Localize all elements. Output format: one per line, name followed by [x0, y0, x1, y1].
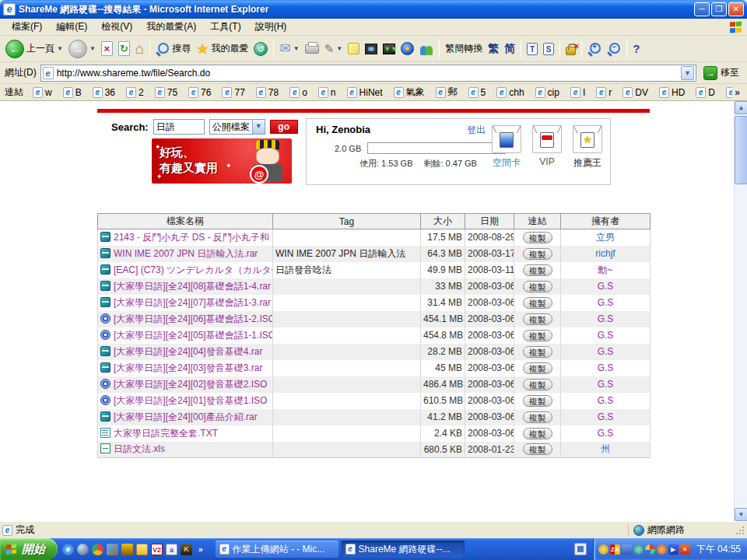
start-button[interactable]: 開始 — [0, 538, 58, 560]
zoom-out-button[interactable]: − — [605, 40, 623, 58]
menu-favorites[interactable]: 我的最愛(A) — [139, 19, 203, 35]
copy-button[interactable]: 複製 — [523, 428, 552, 439]
clipboard-s-button[interactable]: S — [541, 41, 556, 57]
browser-globe-icon[interactable] — [77, 544, 89, 555]
search-button[interactable]: 搜尋 — [153, 40, 193, 58]
link-item[interactable]: er — [591, 86, 616, 99]
task-button-shareme[interactable]: e ShareMe 網路硬碟--... — [342, 541, 465, 558]
file-link[interactable]: 日語文法.xls — [114, 443, 165, 454]
quick-launch-chevron[interactable]: » — [197, 545, 205, 554]
zoom-in-button[interactable]: + — [585, 40, 604, 58]
media-icon[interactable]: K — [181, 544, 192, 555]
link-item[interactable]: e78 — [251, 86, 283, 99]
file-link[interactable]: [大家學日語][全24][02]發音基礎2.ISO — [114, 379, 267, 390]
pinwheel-icon[interactable] — [645, 544, 655, 555]
menu-help[interactable]: 說明(H) — [248, 19, 294, 35]
refresh-button[interactable]: ↻ — [116, 40, 132, 58]
file-owner-link[interactable]: G.S — [561, 278, 651, 295]
mail-button[interactable]: ✉▼ — [277, 40, 301, 58]
file-link[interactable]: WIN IME 2007 JPN 日語輸入法.rar — [114, 248, 258, 259]
forward-dropdown-icon[interactable]: ▼ — [89, 45, 96, 52]
file-link[interactable]: 2143 - 反鬥小丸子 DS - 反鬥小丸子和 — [114, 232, 269, 243]
file-owner-link[interactable]: richjf — [561, 246, 651, 262]
link-item[interactable]: eB — [58, 86, 86, 99]
link-item[interactable]: ecip — [531, 86, 564, 99]
ie-icon[interactable]: e — [62, 544, 74, 555]
net-globe-icon[interactable] — [633, 544, 644, 555]
forward-button[interactable]: → ▼ — [66, 38, 98, 60]
promo-space-card[interactable]: 空間卡 — [490, 125, 523, 170]
play-icon[interactable]: ▶ — [668, 544, 679, 555]
ad-banner[interactable]: ✦ ✦ ✦ 好玩、 有趣又實用 @ — [152, 138, 292, 184]
copy-button[interactable]: 複製 — [523, 248, 552, 260]
discuss-button[interactable] — [345, 41, 362, 56]
flashget-tray-icon[interactable]: ✕ — [680, 544, 690, 555]
file-link[interactable]: [大家學日語][全24][06]基礎會話1-2.ISO — [114, 313, 273, 324]
link-item[interactable]: ew — [28, 86, 57, 99]
link-item[interactable]: e郵 — [431, 85, 462, 100]
file-owner-link[interactable]: G.S — [561, 393, 651, 409]
scroll-down-icon[interactable]: ▼ — [735, 508, 747, 521]
link-item[interactable]: e77 — [217, 86, 249, 99]
resize-grip[interactable] — [735, 526, 745, 535]
file-link[interactable]: [大家學日語][全24][04]發音基礎4.rar — [114, 346, 262, 357]
link-item[interactable]: eHD — [654, 86, 689, 99]
back-button[interactable]: ← 上一頁 ▼ — [3, 38, 65, 60]
media-search-button[interactable] — [363, 42, 380, 56]
link-item[interactable]: e2 — [121, 86, 149, 99]
close-button[interactable]: ✕ — [728, 2, 744, 16]
file-owner-link[interactable]: G.S — [561, 311, 651, 327]
link-item[interactable]: eD — [691, 86, 720, 99]
link-item[interactable]: e5 — [464, 86, 491, 99]
file-owner-link[interactable]: 州 — [561, 442, 651, 458]
copy-button[interactable]: 複製 — [523, 362, 552, 374]
file-owner-link[interactable]: G.S — [561, 425, 651, 442]
help-button[interactable]: ? — [630, 42, 642, 55]
file-owner-link[interactable]: G.S — [561, 376, 651, 393]
go-button[interactable]: → 移至 — [700, 66, 742, 80]
file-link[interactable]: [大家學日語][全24][03]發音基礎3.rar — [114, 362, 262, 373]
stop-button[interactable]: × — [99, 40, 115, 58]
logout-link[interactable]: 登出 — [467, 124, 486, 137]
copy-button[interactable]: 複製 — [523, 346, 552, 358]
vertical-scrollbar[interactable]: ▲ ▼ — [734, 101, 747, 521]
favorites-button[interactable]: ★ 我的最愛 — [194, 40, 251, 58]
taskbar-shortcut-icon[interactable] — [574, 543, 587, 555]
menu-file[interactable]: 檔案(F) — [5, 19, 49, 35]
link-item[interactable]: eDV — [618, 86, 653, 99]
mail-dropdown-icon[interactable]: ▼ — [293, 45, 300, 52]
file-owner-link[interactable]: G.S — [561, 344, 651, 360]
web-tool-button[interactable] — [398, 40, 416, 57]
file-owner-link[interactable]: G.S — [561, 360, 651, 376]
edit-button[interactable]: ✎▼ — [322, 40, 345, 58]
zonealarm-icon[interactable]: ZA — [610, 544, 620, 555]
file-link[interactable]: [大家學日語][全24][07]基礎會話1-3.rar — [114, 297, 271, 308]
v2-icon[interactable]: V2 — [151, 544, 163, 555]
notepad-icon[interactable]: a — [166, 544, 177, 555]
link-item[interactable]: eI — [566, 86, 590, 99]
link-item[interactable]: eHiNet — [342, 86, 388, 99]
file-owner-link[interactable]: G.S — [561, 327, 651, 344]
copy-button[interactable]: 複製 — [523, 395, 552, 407]
back-dropdown-icon[interactable]: ▼ — [57, 45, 63, 52]
minimize-button[interactable]: ─ — [694, 2, 710, 16]
link-item[interactable]: e36 — [88, 86, 120, 99]
site-go-button[interactable]: go — [270, 120, 298, 134]
simplified-button[interactable]: 简 — [502, 41, 517, 57]
copy-button[interactable]: 複製 — [523, 297, 552, 309]
copy-button[interactable]: 複製 — [523, 379, 552, 390]
copy-button[interactable]: 複製 — [523, 313, 552, 325]
link-item[interactable]: echh — [492, 86, 528, 99]
promo-recommend[interactable]: ★ 推薦王 — [571, 125, 604, 170]
search-input[interactable]: 日語 — [153, 119, 205, 135]
promo-vip[interactable]: VIP — [531, 125, 563, 170]
copy-button[interactable]: 複製 — [523, 232, 552, 243]
select-dropdown-icon[interactable]: ▼ — [252, 120, 265, 134]
photo-icon[interactable] — [107, 544, 118, 555]
link-item[interactable]: en — [314, 86, 341, 99]
scroll-up-icon[interactable]: ▲ — [735, 101, 747, 114]
key-icon[interactable] — [598, 544, 608, 555]
scroll-thumb[interactable] — [735, 116, 747, 184]
volume-icon[interactable] — [657, 544, 667, 555]
copy-button[interactable]: 複製 — [523, 411, 552, 423]
